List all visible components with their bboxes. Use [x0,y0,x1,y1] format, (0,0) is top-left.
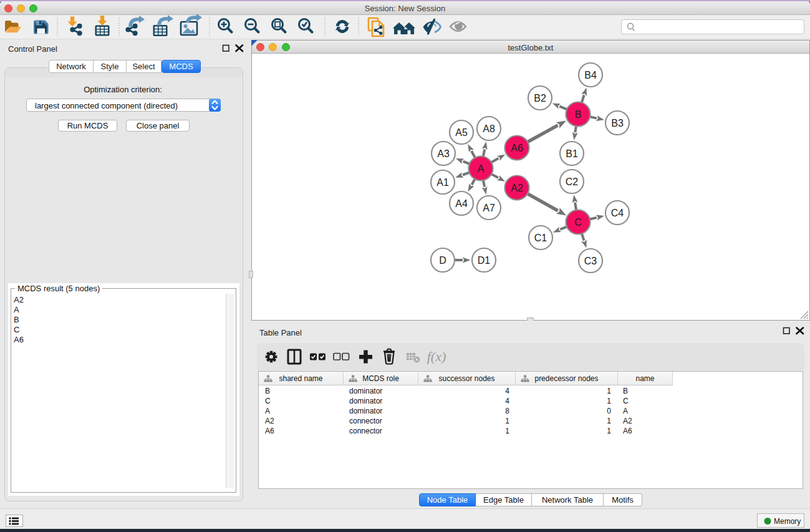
svg-text:C1: C1 [534,233,547,243]
svg-text:A7: A7 [483,203,495,213]
svg-text:A: A [478,163,485,174]
svg-text:A6: A6 [511,143,523,153]
svg-text:D1: D1 [478,255,491,266]
svg-text:A2: A2 [511,183,523,193]
svg-text:C2: C2 [566,177,579,187]
svg-text:C3: C3 [584,256,597,266]
svg-text:B: B [575,109,582,120]
svg-text:f(x): f(x) [427,349,446,364]
svg-text:D: D [439,255,446,266]
svg-text:B2: B2 [534,93,546,104]
svg-text:A3: A3 [437,148,450,159]
svg-text:A1: A1 [436,177,449,188]
svg-text:C: C [574,217,582,228]
svg-text:B1: B1 [566,148,578,159]
svg-text:B3: B3 [611,118,624,128]
svg-text:Memory: Memory [774,517,801,526]
svg-text:A5: A5 [455,127,468,138]
svg-text:B4: B4 [584,70,597,80]
svg-text:C4: C4 [611,208,624,218]
svg-text:A8: A8 [483,123,495,134]
svg-text:A4: A4 [455,198,468,209]
